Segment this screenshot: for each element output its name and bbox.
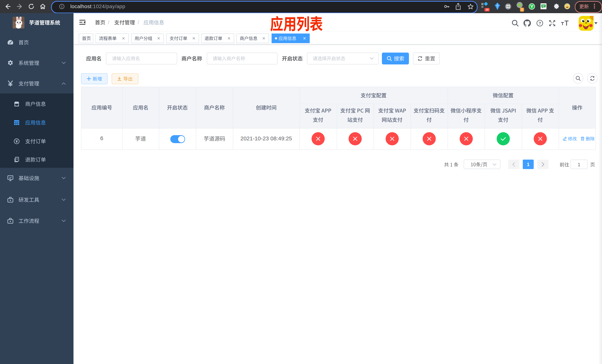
svg-text:?: ? — [538, 21, 541, 26]
